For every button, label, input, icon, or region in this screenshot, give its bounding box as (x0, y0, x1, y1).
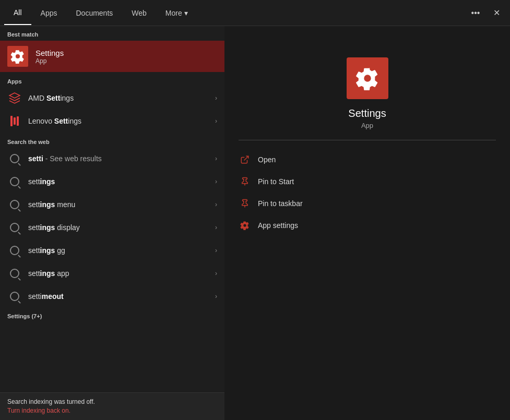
search-icon (7, 174, 22, 189)
settings-count-label: Settings (7+) (0, 308, 224, 321)
search-icon (7, 243, 22, 258)
apps-section-label: Apps (0, 72, 224, 87)
web-item-text: settimeout (28, 292, 209, 301)
best-match-text: Settings App (35, 49, 64, 65)
notification-text: Search indexing was turned off. (7, 398, 217, 405)
app-settings-action[interactable]: App settings (235, 214, 500, 236)
pin-taskbar-label: Pin to taskbar (258, 199, 303, 208)
chevron-right-icon: › (215, 247, 217, 254)
chevron-down-icon: ▾ (184, 9, 188, 17)
header: All Apps Documents Web More ▾ ••• ✕ (0, 0, 510, 26)
pin-start-action[interactable]: Pin to Start (235, 171, 500, 193)
search-icon (7, 289, 22, 304)
pin-start-icon (239, 176, 251, 187)
chevron-right-icon: › (215, 270, 217, 277)
search-icon (7, 220, 22, 235)
chevron-right-icon: › (215, 293, 217, 300)
amd-settings-item[interactable]: AMD Settings › (0, 87, 224, 110)
search-window: All Apps Documents Web More ▾ ••• ✕ Best… (0, 0, 510, 420)
web-item-text: settings gg (28, 246, 209, 255)
svg-line-0 (244, 156, 248, 160)
indexing-link[interactable]: Turn indexing back on. (7, 407, 70, 414)
chevron-right-icon: › (215, 117, 217, 125)
best-match-subtitle: App (35, 57, 64, 65)
action-list: Open Pin to Start (224, 149, 510, 236)
web-item-settings[interactable]: settings › (0, 170, 224, 193)
open-label: Open (258, 155, 276, 164)
pin-start-label: Pin to Start (258, 177, 294, 186)
web-item-text: settings app (28, 269, 209, 278)
tab-documents[interactable]: Documents (66, 2, 122, 25)
settings-app-icon (7, 46, 28, 67)
lenovo-settings-text: Lenovo Settings (28, 117, 209, 125)
tab-apps[interactable]: Apps (31, 2, 67, 25)
chevron-right-icon: › (215, 94, 217, 102)
web-item-settings-app[interactable]: settings app › (0, 262, 224, 285)
web-item-text: settings menu (28, 200, 209, 209)
pin-taskbar-icon (239, 198, 251, 209)
web-item-settings-menu[interactable]: settings menu › (0, 193, 224, 216)
app-name: Settings (348, 107, 386, 119)
best-match-item[interactable]: Settings App (0, 41, 224, 72)
tab-web[interactable]: Web (122, 2, 156, 25)
app-settings-icon (239, 220, 251, 231)
pin-taskbar-action[interactable]: Pin to taskbar (235, 193, 500, 214)
gear-icon (10, 49, 25, 64)
web-item-settimeout[interactable]: settimeout › (0, 285, 224, 308)
web-item-settings-display[interactable]: settings display › (0, 216, 224, 239)
divider (239, 140, 495, 140)
close-button[interactable]: ✕ (487, 4, 506, 22)
gear-icon-large (355, 66, 379, 90)
best-match-title: Settings (35, 49, 64, 57)
app-type: App (361, 122, 373, 129)
web-item-text: settings display (28, 223, 209, 232)
search-icon (7, 266, 22, 281)
chevron-right-icon: › (215, 178, 217, 185)
chevron-right-icon: › (215, 201, 217, 208)
web-item-text: setti - See web results (28, 154, 209, 163)
search-icon (7, 197, 22, 212)
bottom-notification: Search indexing was turned off. Turn ind… (0, 392, 224, 420)
app-icon-large (347, 57, 388, 99)
app-settings-label: App settings (258, 221, 298, 230)
web-item-text: settings (28, 177, 209, 186)
tab-more[interactable]: More ▾ (156, 2, 197, 25)
open-action[interactable]: Open (235, 149, 500, 171)
chevron-right-icon: › (215, 224, 217, 231)
left-panel: Best match Settings App Apps (0, 26, 224, 420)
chevron-right-icon: › (215, 155, 217, 162)
header-actions: ••• ✕ (466, 4, 506, 22)
right-panel: Settings App Open (224, 26, 510, 420)
tab-all[interactable]: All (4, 1, 31, 25)
web-section-label: Search the web (0, 133, 224, 147)
web-item-settings-gg[interactable]: settings gg › (0, 239, 224, 262)
best-match-label: Best match (0, 26, 224, 41)
ellipsis-button[interactable]: ••• (466, 4, 485, 22)
web-item-setti[interactable]: setti - See web results › (0, 147, 224, 170)
lenovo-icon (7, 114, 22, 128)
lenovo-settings-item[interactable]: Lenovo Settings › (0, 110, 224, 133)
open-icon (239, 154, 251, 165)
search-icon (7, 151, 22, 166)
amd-settings-text: AMD Settings (28, 94, 209, 102)
amd-icon (7, 91, 22, 105)
main-content: Best match Settings App Apps (0, 26, 510, 420)
